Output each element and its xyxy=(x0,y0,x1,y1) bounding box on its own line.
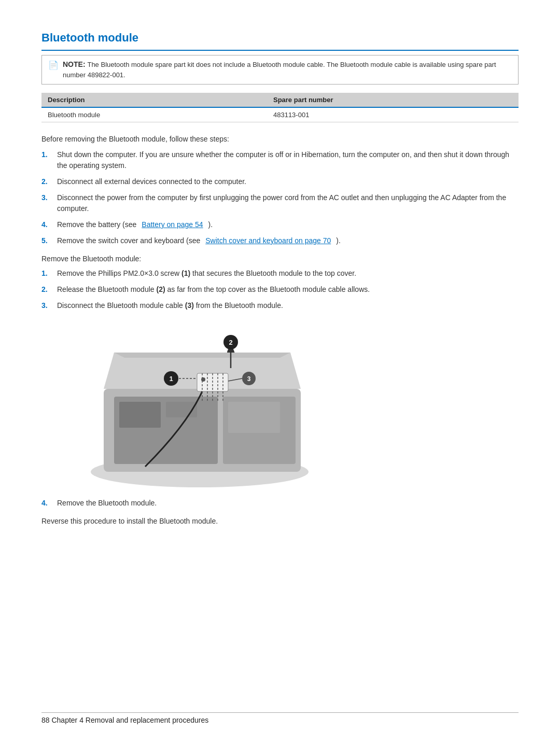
list-item: 1. Remove the Phillips PM2.0×3.0 screw (… xyxy=(41,268,519,279)
step-text: Remove the Bluetooth module. xyxy=(57,498,157,509)
step-text: Disconnect all external devices connecte… xyxy=(57,176,246,187)
note-body: The Bluetooth module spare part kit does… xyxy=(63,61,496,79)
note-icon: 📄 xyxy=(48,60,59,70)
step-num: 1. xyxy=(41,149,52,160)
remove-header: Remove the Bluetooth module: xyxy=(41,255,519,263)
svg-point-10 xyxy=(201,377,205,382)
step-num: 5. xyxy=(41,235,52,246)
table-header-row: Description Spare part number xyxy=(41,93,519,107)
intro-text: Before removing the Bluetooth module, fo… xyxy=(41,135,519,143)
note-content: NOTE: The Bluetooth module spare part ki… xyxy=(63,60,512,80)
list-item: 2. Disconnect all external devices conne… xyxy=(41,176,519,187)
step-text-after: ). xyxy=(336,235,341,246)
footer-rule xyxy=(41,712,519,713)
list-item: 5. Remove the switch cover and keyboard … xyxy=(41,235,519,246)
svg-rect-4 xyxy=(119,402,161,428)
parts-table: Description Spare part number Bluetooth … xyxy=(41,93,519,122)
svg-rect-6 xyxy=(228,402,280,433)
step4-list: 4. Remove the Bluetooth module. xyxy=(41,498,519,509)
footer-page-num: 88 xyxy=(41,716,50,724)
footer-chapter-title: Removal and replacement procedures xyxy=(86,716,208,724)
svg-text:2: 2 xyxy=(229,339,232,346)
step-text: Remove the Phillips PM2.0×3.0 screw (1) … xyxy=(57,268,356,279)
step-text: Disconnect the power from the computer b… xyxy=(57,192,519,214)
step-num: 4. xyxy=(41,219,52,230)
step-num: 3. xyxy=(41,300,52,311)
step-num: 4. xyxy=(41,498,52,509)
step-num: 3. xyxy=(41,192,52,203)
footer-chapter: Chapter 4 xyxy=(51,716,83,724)
remove-list: 1. Remove the Phillips PM2.0×3.0 screw (… xyxy=(41,268,519,311)
list-item: 3. Disconnect the Bluetooth module cable… xyxy=(41,300,519,311)
diagram-container: 1 2 3 xyxy=(83,321,316,487)
svg-text:1: 1 xyxy=(169,375,173,383)
step-num: 1. xyxy=(41,268,52,279)
step-text: Shut down the computer. If you are unsur… xyxy=(57,149,519,171)
step-text: Release the Bluetooth module (2) as far … xyxy=(57,284,370,295)
list-item: 3. Disconnect the power from the compute… xyxy=(41,192,519,214)
bluetooth-diagram: 1 2 3 xyxy=(83,321,316,487)
closing-text: Reverse this procedure to install the Bl… xyxy=(41,517,519,525)
step-num: 2. xyxy=(41,176,52,187)
step-text-before: Remove the switch cover and keyboard (se… xyxy=(57,235,200,246)
battery-link[interactable]: Battery on page 54 xyxy=(142,219,203,230)
part-description: Bluetooth module xyxy=(41,107,267,122)
switch-cover-link[interactable]: Switch cover and keyboard on page 70 xyxy=(205,235,331,246)
col-description: Description xyxy=(41,93,267,107)
step-text-before: Remove the battery (see xyxy=(57,219,136,230)
list-item: 2. Release the Bluetooth module (2) as f… xyxy=(41,284,519,295)
prereq-list: 1. Shut down the computer. If you are un… xyxy=(41,149,519,246)
table-row: Bluetooth module 483113-001 xyxy=(41,107,519,122)
col-spare-part: Spare part number xyxy=(267,93,519,107)
part-number: 483113-001 xyxy=(267,107,519,122)
page-title: Bluetooth module xyxy=(41,31,519,45)
list-item: 4. Remove the battery (see Battery on pa… xyxy=(41,219,519,230)
list-item: 1. Shut down the computer. If you are un… xyxy=(41,149,519,171)
note-box: 📄 NOTE: The Bluetooth module spare part … xyxy=(41,55,519,85)
svg-text:3: 3 xyxy=(247,375,251,383)
svg-marker-8 xyxy=(114,353,290,358)
page-footer: 88 Chapter 4 Removal and replacement pro… xyxy=(41,712,519,724)
step-text: Disconnect the Bluetooth module cable (3… xyxy=(57,300,283,311)
note-label: NOTE: xyxy=(63,60,86,68)
title-rule xyxy=(41,50,519,51)
list-item: 4. Remove the Bluetooth module. xyxy=(41,498,519,509)
step-num: 2. xyxy=(41,284,52,295)
step-text-after: ). xyxy=(208,219,213,230)
